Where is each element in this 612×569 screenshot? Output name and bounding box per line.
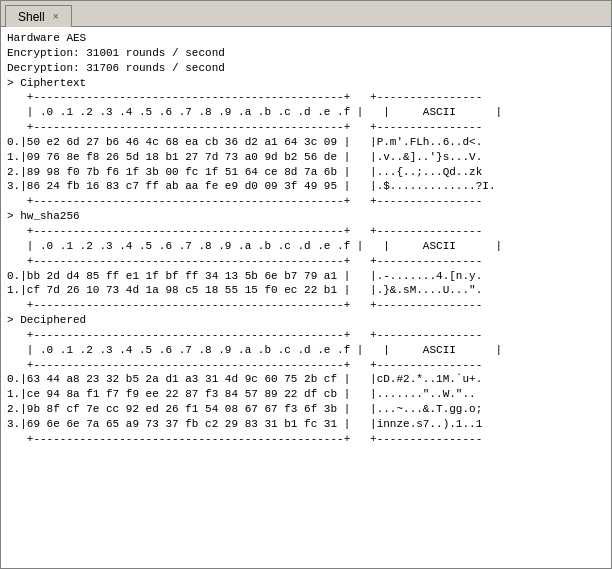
title-bar: Shell ×	[1, 1, 611, 27]
window: Shell × Hardware AES Encryption: 31001 r…	[0, 0, 612, 569]
shell-tab[interactable]: Shell ×	[5, 5, 72, 27]
terminal-content[interactable]: Hardware AES Encryption: 31001 rounds / …	[1, 27, 611, 568]
tab-close-button[interactable]: ×	[53, 11, 59, 22]
tab-label: Shell	[18, 10, 45, 24]
